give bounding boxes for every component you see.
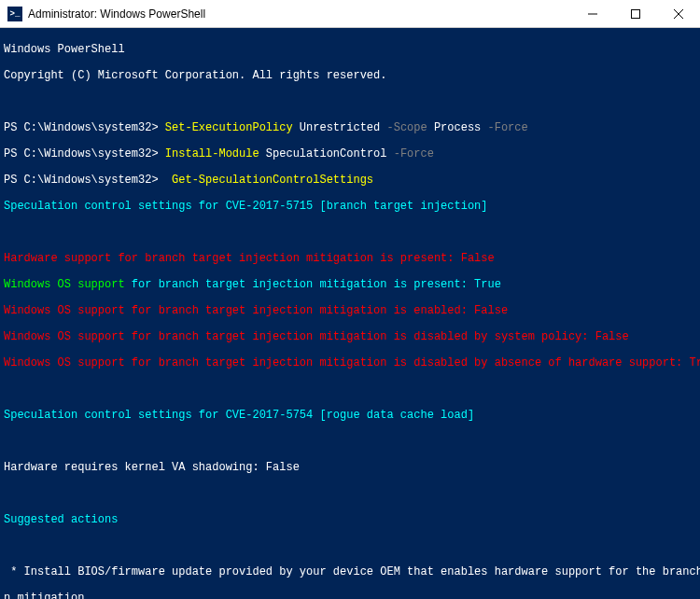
window-titlebar: >_ Administrator: Windows PowerShell: [0, 0, 700, 28]
close-button[interactable]: [657, 0, 700, 27]
param-value: Process: [427, 121, 488, 134]
blank-line: [4, 95, 696, 108]
terminal-output[interactable]: Windows PowerShell Copyright (C) Microso…: [0, 28, 700, 599]
section-header: Suggested actions: [4, 513, 696, 526]
blank-line: [4, 487, 696, 500]
section-header: Speculation control settings for CVE-201…: [4, 409, 696, 422]
maximize-button[interactable]: [614, 0, 657, 27]
prompt: PS C:\Windows\system32>: [4, 174, 165, 187]
status-prefix: Windows OS support: [4, 278, 132, 291]
minimize-button[interactable]: [571, 0, 614, 27]
command-line-2: PS C:\Windows\system32> Install-Module S…: [4, 147, 696, 160]
header-line: Windows PowerShell: [4, 43, 696, 56]
arg: Unrestricted: [293, 121, 387, 134]
maximize-icon: [631, 9, 640, 19]
space: [165, 174, 172, 187]
arg: SpeculationControl: [259, 147, 394, 160]
prompt: PS C:\Windows\system32>: [4, 147, 165, 160]
status-line: Hardware requires kernel VA shadowing: F…: [4, 461, 696, 474]
param: -Force: [488, 121, 528, 134]
prompt: PS C:\Windows\system32>: [4, 121, 165, 134]
blank-line: [4, 435, 696, 448]
status-line: Windows OS support for branch target inj…: [4, 278, 696, 291]
command-line-1: PS C:\Windows\system32> Set-ExecutionPol…: [4, 121, 696, 134]
status-line: Windows OS support for branch target inj…: [4, 330, 696, 343]
window-controls: [571, 0, 700, 27]
suggestion-line: n mitigation.: [4, 592, 696, 599]
blank-line: [4, 539, 696, 552]
copyright-line: Copyright (C) Microsoft Corporation. All…: [4, 69, 696, 82]
suggestion-line: * Install BIOS/firmware update provided …: [4, 565, 696, 578]
param: -Force: [394, 147, 434, 160]
cmdlet: Install-Module: [165, 147, 259, 160]
powershell-icon: >_: [7, 7, 22, 21]
minimize-icon: [588, 9, 597, 19]
svg-rect-1: [632, 9, 640, 18]
cmdlet: Get-SpeculationControlSettings: [172, 174, 373, 187]
close-icon: [674, 9, 683, 19]
status-line: Windows OS support for branch target inj…: [4, 304, 696, 317]
window-title: Administrator: Windows PowerShell: [28, 7, 571, 21]
status-line: Windows OS support for branch target inj…: [4, 356, 696, 369]
cmdlet: Set-ExecutionPolicy: [165, 121, 293, 134]
param: -Scope: [386, 121, 427, 134]
blank-line: [4, 226, 696, 239]
status-suffix: for branch target injection mitigation i…: [132, 278, 501, 291]
status-line: Hardware support for branch target injec…: [4, 252, 696, 265]
blank-line: [4, 383, 696, 396]
section-header: Speculation control settings for CVE-201…: [4, 200, 696, 213]
command-line-3: PS C:\Windows\system32> Get-SpeculationC…: [4, 174, 696, 187]
